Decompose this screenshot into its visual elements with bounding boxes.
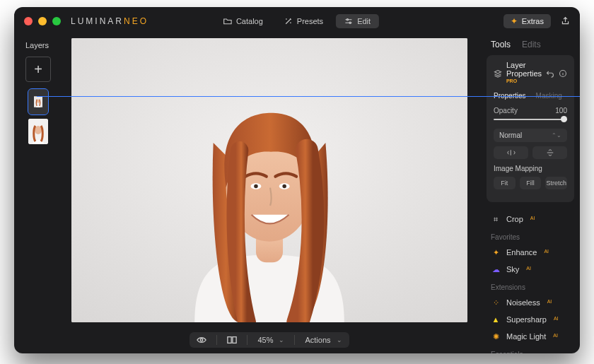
group-essentials: Essentials	[491, 351, 571, 353]
group-extensions: Extensions	[491, 283, 571, 291]
visibility-toggle[interactable]	[194, 336, 209, 344]
undo-icon[interactable]	[546, 69, 554, 78]
window-minimize-icon[interactable]	[38, 17, 47, 25]
zoom-dropdown[interactable]: 45%⌄	[255, 336, 287, 344]
compare-toggle[interactable]	[224, 336, 240, 344]
guide-line	[37, 96, 580, 97]
window-close-icon[interactable]	[24, 17, 33, 25]
layer-properties-panel: Layer Properties PRO Properties Masking …	[487, 55, 574, 202]
layer-thumb-1[interactable]	[28, 89, 48, 115]
nav-catalog[interactable]: Catalog	[215, 14, 272, 28]
map-fit-button[interactable]: Fit	[494, 177, 516, 189]
app-brand: LUMINARNEO	[71, 16, 148, 26]
window-zoom-icon[interactable]	[52, 17, 61, 25]
tool-magiclight[interactable]: ✺Magic LightAI	[489, 328, 571, 345]
extras-button[interactable]: ✦ Extras	[503, 14, 551, 28]
flip-horizontal-button[interactable]	[494, 146, 528, 159]
layer-thumb-2[interactable]	[28, 119, 48, 144]
grain-icon: ⁘	[491, 298, 501, 307]
eye-icon	[197, 336, 206, 344]
tool-enhance[interactable]: ✦EnhanceAI	[489, 244, 571, 261]
tool-supersharp[interactable]: ▲SupersharpAI	[489, 311, 571, 328]
compare-icon	[227, 336, 237, 344]
svg-point-10	[254, 184, 258, 189]
info-icon[interactable]	[559, 69, 567, 78]
add-layer-button[interactable]: +	[25, 57, 51, 82]
sparkle-icon: ✦	[491, 247, 501, 257]
tool-sky[interactable]: ☁SkyAI	[489, 261, 571, 278]
svg-point-13	[201, 339, 204, 341]
crop-icon: ⌗	[491, 214, 501, 224]
tab-edits[interactable]: Edits	[522, 40, 541, 49]
layers-title: Layers	[25, 41, 57, 49]
share-button[interactable]	[561, 16, 570, 27]
canvas-toolbar: 45%⌄ Actions⌄	[64, 327, 475, 353]
flip-h-icon	[507, 149, 516, 156]
layers-sidebar: Layers +	[14, 35, 64, 353]
tools-panel: Tools Edits Layer Properties PRO Propert…	[481, 35, 580, 353]
map-fill-button[interactable]: Fill	[520, 177, 542, 189]
opacity-label: Opacity	[494, 107, 518, 115]
panel-title: Layer Properties PRO	[506, 61, 542, 86]
tool-crop[interactable]: ⌗CropAI	[489, 211, 571, 228]
opacity-value: 100	[555, 107, 567, 115]
blendmode-select[interactable]: Normal ⌃⌄	[494, 129, 567, 142]
image-mapping-label: Image Mapping	[494, 165, 567, 172]
light-icon: ✺	[491, 331, 501, 341]
map-stretch-button[interactable]: Stretch	[545, 177, 567, 189]
nav-presets[interactable]: Presets	[276, 14, 332, 28]
layers-icon	[494, 69, 502, 78]
triangle-icon: ▲	[491, 315, 501, 324]
wand-icon	[284, 17, 293, 25]
share-icon	[561, 16, 570, 25]
flip-v-icon	[546, 149, 554, 156]
cloud-icon: ☁	[491, 264, 501, 274]
opacity-slider[interactable]	[494, 116, 567, 123]
svg-point-12	[282, 184, 286, 189]
sliders-icon	[344, 17, 353, 25]
svg-rect-15	[233, 337, 236, 344]
tool-noiseless[interactable]: ⁘NoiselessAI	[489, 294, 571, 311]
actions-dropdown[interactable]: Actions⌄	[302, 336, 344, 344]
svg-rect-14	[228, 337, 231, 344]
nav-edit[interactable]: Edit	[336, 14, 379, 28]
title-bar: LUMINARNEO Catalog Presets Edit ✦ Extras	[14, 7, 580, 35]
group-favorites: Favorites	[491, 233, 571, 241]
puzzle-icon: ✦	[511, 16, 518, 26]
tab-tools[interactable]: Tools	[491, 40, 511, 49]
flip-vertical-button[interactable]	[532, 146, 567, 159]
canvas-image[interactable]	[71, 38, 467, 322]
folder-icon	[223, 17, 232, 25]
